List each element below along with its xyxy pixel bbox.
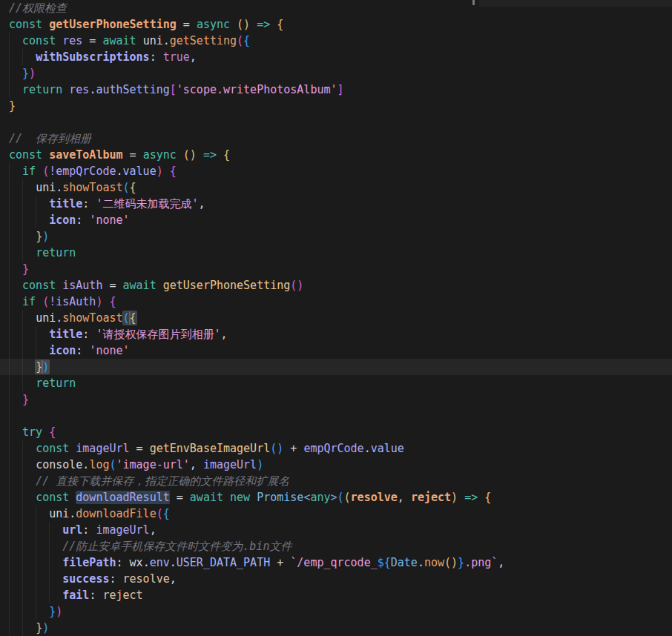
code-token: //权限检查: [9, 1, 67, 15]
code-token: ): [157, 165, 163, 178]
code-token: res: [62, 34, 82, 47]
code-line[interactable]: filePath: wx.env.USER_DATA_PATH + `/emp_…: [0, 554, 672, 571]
code-token: =>: [203, 148, 217, 162]
code-line[interactable]: }: [0, 391, 672, 408]
code-token: isAuth: [56, 295, 96, 308]
code-line[interactable]: [0, 114, 672, 130]
code-token: [9, 523, 62, 537]
code-token: {: [223, 148, 230, 162]
code-line[interactable]: const res = await uni.getSetting({: [0, 33, 672, 49]
code-line[interactable]: icon: 'none': [0, 212, 672, 228]
code-token: ): [297, 279, 303, 292]
code-token: res: [69, 83, 89, 96]
code-token: //防止安卓手机保存文件时文件变为.bin文件: [62, 540, 291, 553]
code-token: .: [69, 507, 76, 520]
code-token: [9, 181, 36, 194]
code-token: Date: [391, 556, 418, 569]
code-line[interactable]: }: [0, 98, 672, 114]
code-line[interactable]: const downloadResult = await new Promise…: [0, 489, 672, 506]
code-text: }: [0, 391, 29, 408]
scrollbar-track[interactable]: [479, 0, 672, 7]
code-token: value: [123, 165, 157, 178]
code-line[interactable]: fail: reject: [0, 587, 672, 603]
code-text: uni.showToast({: [0, 310, 136, 326]
code-token: if: [22, 165, 42, 178]
code-text: url: imageUrl,: [0, 522, 157, 538]
code-line[interactable]: }): [0, 228, 672, 245]
code-token: ,: [190, 50, 197, 64]
code-token: getUserPhoneSetting: [49, 18, 177, 31]
code-token: ): [257, 458, 263, 471]
code-line[interactable]: title: '请授权保存图片到相册',: [0, 326, 672, 342]
code-editor[interactable]: //权限检查const getUserPhoneSetting = async …: [0, 0, 672, 636]
code-token: {: [484, 491, 491, 504]
code-line-current[interactable]: }): [0, 359, 672, 375]
code-line[interactable]: }: [0, 261, 672, 277]
code-line[interactable]: }): [0, 603, 672, 620]
code-line[interactable]: const saveToAlbum = async () => {: [0, 147, 672, 163]
code-token: const: [22, 279, 62, 292]
code-token: [9, 507, 49, 520]
code-line[interactable]: return res.authSetting['scope.writePhoto…: [0, 82, 672, 98]
code-line[interactable]: uni.showToast({: [0, 310, 672, 326]
code-line[interactable]: withSubscriptions: true,: [0, 49, 672, 65]
code-token: now: [424, 556, 444, 569]
code-token: [9, 246, 36, 259]
code-text: //权限检查: [0, 0, 67, 16]
code-line[interactable]: console.log('image-url', imageUrl): [0, 457, 672, 473]
code-line[interactable]: }): [0, 65, 672, 82]
code-token: [: [170, 83, 177, 96]
code-line[interactable]: }): [0, 620, 672, 636]
code-token: authSetting: [96, 83, 169, 96]
code-token: (: [42, 295, 49, 308]
code-token: ): [29, 67, 36, 80]
code-token: true: [163, 50, 190, 64]
code-line[interactable]: const imageUrl = getEnvBaseImageUrl() + …: [0, 440, 672, 457]
code-token: 'image-url': [116, 458, 190, 471]
code-token: }: [49, 605, 56, 618]
code-line[interactable]: url: imageUrl,: [0, 522, 672, 538]
code-token: }: [458, 556, 464, 569]
code-token: (: [123, 311, 130, 325]
code-line[interactable]: const getUserPhoneSetting = async () => …: [0, 16, 672, 33]
code-text: const isAuth = await getUserPhoneSetting…: [0, 277, 303, 294]
code-token: icon: [49, 213, 76, 227]
code-token: uni: [49, 507, 69, 520]
code-line[interactable]: if (!isAuth) {: [0, 294, 672, 310]
code-text: return res.authSetting['scope.writePhoto…: [0, 82, 344, 98]
code-line[interactable]: success: resolve,: [0, 571, 672, 587]
code-token: =>: [464, 491, 478, 504]
code-line[interactable]: //防止安卓手机保存文件时文件变为.bin文件: [0, 538, 672, 554]
code-line[interactable]: [0, 408, 672, 424]
code-token: [9, 279, 22, 292]
code-line[interactable]: icon: 'none': [0, 342, 672, 359]
code-token: try: [22, 425, 49, 439]
code-token: ,: [498, 556, 504, 569]
code-token: icon: [49, 344, 76, 357]
code-token: [9, 458, 36, 471]
code-line[interactable]: uni.downloadFile({: [0, 506, 672, 522]
code-token: const: [22, 34, 62, 47]
code-line[interactable]: try {: [0, 424, 672, 440]
code-token: {: [130, 311, 136, 325]
code-line[interactable]: uni.showToast({: [0, 179, 672, 196]
code-token: uni: [143, 34, 163, 47]
code-token: [9, 295, 22, 308]
code-line[interactable]: title: '二维码未加载完成',: [0, 196, 672, 212]
code-line[interactable]: const isAuth = await getUserPhoneSetting…: [0, 277, 672, 294]
code-line[interactable]: return: [0, 245, 672, 261]
code-text: uni.downloadFile({: [0, 506, 170, 522]
scrollbar-thumb[interactable]: [472, 0, 475, 5]
code-token: .: [143, 556, 150, 569]
code-token: [9, 213, 49, 227]
code-line[interactable]: if (!empQrCode.value) {: [0, 163, 672, 179]
code-line[interactable]: // 保存到相册: [0, 130, 672, 147]
code-token: :: [109, 572, 122, 586]
code-token: ): [42, 360, 49, 374]
code-line[interactable]: // 直接下载并保存，指定正确的文件路径和扩展名: [0, 473, 672, 489]
code-token: await: [190, 491, 230, 504]
code-line[interactable]: return: [0, 375, 672, 391]
code-text: }: [0, 261, 29, 277]
code-text: const saveToAlbum = async () => {: [0, 147, 230, 163]
code-text: withSubscriptions: true,: [0, 49, 197, 65]
